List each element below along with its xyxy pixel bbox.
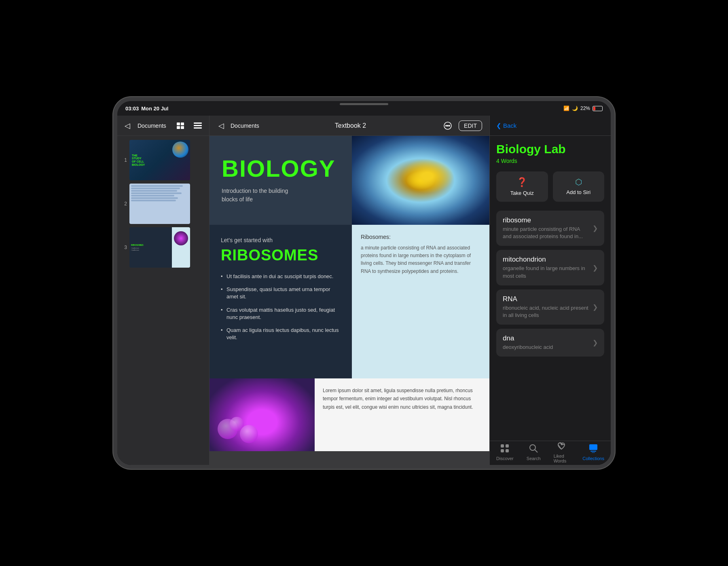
svg-rect-6	[194, 127, 202, 129]
word-item-ribosome[interactable]: ribosome minute particle consisting of R…	[496, 211, 604, 246]
svg-point-10	[449, 125, 450, 126]
liked-label: Liked Words	[554, 454, 570, 463]
edit-button[interactable]: EDIT	[459, 120, 482, 131]
search-icon	[529, 444, 538, 455]
word-info: dna deoxyribonucleic acid	[503, 334, 589, 351]
thumbnail-panel: ◁ Documents	[117, 116, 210, 465]
word-name: ribosome	[503, 216, 589, 224]
list-item[interactable]: 1 THESTUDYOF CELLBIOLOGY	[121, 140, 205, 180]
dict-toolbar: ❮ Back	[490, 116, 611, 136]
date-display: Mon 20 Jul	[141, 106, 168, 112]
ribosomes-intro: Let's get started with	[221, 237, 341, 243]
tab-bar: Discover Search	[490, 441, 611, 465]
chevron-right-icon: ❯	[593, 303, 598, 311]
word-item-rna[interactable]: RNA ribonucleic acid, nucleic acid prese…	[496, 289, 604, 325]
biology-subtitle: Introduction to the buildingblocks of li…	[222, 187, 340, 204]
word-item-mitochondrion[interactable]: mitochondrion organelle found in large n…	[496, 250, 604, 285]
page-number: 1	[121, 157, 127, 163]
svg-rect-4	[194, 122, 202, 124]
siri-label: Add to Siri	[566, 189, 590, 195]
thumbnail-page-2[interactable]	[129, 184, 190, 224]
list-item[interactable]: 3 RIBOSOMES • bullet text • bullet text	[121, 227, 205, 268]
more-options-button[interactable]	[442, 120, 454, 132]
add-to-siri-button[interactable]: ⬡ Add to Siri	[553, 171, 605, 202]
collections-icon	[589, 444, 598, 455]
lorem-page: Lorem ipsum dolor sit amet, ligula suspe…	[210, 378, 489, 451]
lorem-text: Lorem ipsum dolor sit amet, ligula suspe…	[315, 378, 489, 451]
svg-point-8	[446, 125, 447, 126]
ipad-frame: 03:03 Mon 20 Jul 📶 🌙 22% ◁ Documents	[113, 97, 615, 469]
back-docs-button[interactable]: ◁	[217, 120, 226, 132]
word-name: dna	[503, 334, 589, 342]
status-bar: 03:03 Mon 20 Jul 📶 🌙 22%	[117, 101, 611, 116]
svg-rect-13	[501, 449, 504, 452]
dictionary-panel: ❮ Back Biology Lab 4 Words ❓ Take Quiz ⬡…	[489, 116, 611, 465]
bullet-item: Quam ac ligula risus lectus dapibus, nun…	[221, 327, 341, 341]
svg-rect-3	[181, 126, 184, 129]
word-name: RNA	[503, 295, 589, 303]
document-content: ◁ Documents Textbook 2 EDIT BIOLOGY	[210, 116, 489, 465]
top-notch	[340, 103, 388, 105]
tab-collections[interactable]: Collections	[576, 442, 611, 463]
word-item-dna[interactable]: dna deoxyribonucleic acid ❯	[496, 329, 604, 357]
svg-rect-18	[590, 451, 596, 452]
main-container: ◁ Documents	[117, 116, 611, 465]
bullet-item: Suspendisse, quasi luctus amet urna temp…	[221, 286, 341, 300]
document-toolbar: ◁ Documents Textbook 2 EDIT	[210, 116, 489, 136]
word-definition: deoxyribonucleic acid	[503, 344, 589, 351]
svg-rect-11	[501, 444, 504, 448]
back-label: Back	[503, 122, 516, 129]
time-display: 03:03	[125, 106, 139, 112]
documents-label: Documents	[138, 122, 166, 129]
word-definition: organelle found in large numbers in most…	[503, 265, 589, 279]
biology-title: BIOLOGY	[222, 157, 340, 180]
page-number: 2	[121, 201, 127, 207]
cell-image-decorative	[214, 407, 311, 447]
thumbnail-page-1[interactable]: THESTUDYOF CELLBIOLOGY	[129, 140, 190, 180]
lorem-image	[210, 378, 315, 451]
word-info: ribosome minute particle consisting of R…	[503, 216, 589, 240]
biology-page: BIOLOGY Introduction to the buildingbloc…	[210, 136, 489, 225]
discover-icon	[500, 444, 509, 455]
dict-back-button[interactable]: ❮ Back	[496, 122, 516, 129]
ribosomes-definition-box: Ribosomes: a minute particle consisting …	[352, 225, 489, 378]
word-info: RNA ribonucleic acid, nucleic acid prese…	[503, 295, 589, 319]
thumb-toolbar: ◁ Documents	[117, 116, 209, 136]
def-heading: Ribosomes:	[361, 234, 480, 240]
biology-image	[352, 136, 489, 225]
word-definition: minute particle consisting of RNA and as…	[503, 226, 589, 240]
word-definition: ribonucleic acid, nucleic acid present i…	[503, 304, 589, 319]
moon-icon: 🌙	[572, 106, 578, 111]
quiz-icon: ❓	[516, 177, 527, 188]
dict-content: Biology Lab 4 Words ❓ Take Quiz ⬡ Add to…	[490, 136, 611, 441]
svg-rect-14	[506, 449, 509, 452]
take-quiz-button[interactable]: ❓ Take Quiz	[496, 171, 548, 202]
ribosomes-text-left: Let's get started with RIBOSOMES Ut faci…	[210, 225, 352, 378]
tab-liked-words[interactable]: Liked Words	[547, 440, 576, 465]
quiz-label: Take Quiz	[510, 190, 534, 196]
ribosomes-title: RIBOSOMES	[221, 247, 341, 264]
thumbnail-view-button[interactable]	[175, 121, 186, 131]
dict-actions: ❓ Take Quiz ⬡ Add to Siri	[496, 171, 604, 202]
page-number: 3	[121, 245, 127, 250]
thumbnail-page-3[interactable]: RIBOSOMES • bullet text • bullet text	[129, 227, 190, 268]
svg-point-9	[447, 125, 448, 126]
back-button[interactable]: ◁	[123, 120, 132, 132]
ribosomes-bullets: Ut facilisis ante in dui ac suscipit tur…	[221, 273, 341, 341]
heart-icon	[557, 441, 566, 452]
docs-label: Documents	[231, 122, 259, 129]
biology-text-area: BIOLOGY Introduction to the buildingbloc…	[210, 136, 352, 225]
def-text: a minute particle consisting of RNA and …	[361, 244, 480, 275]
bullet-item: Ut facilisis ante in dui ac suscipit tur…	[221, 273, 341, 280]
list-view-button[interactable]	[192, 121, 203, 131]
svg-rect-0	[177, 122, 180, 125]
chevron-right-icon: ❯	[593, 339, 598, 346]
word-info: mitochondrion organelle found in large n…	[503, 256, 589, 279]
collections-label: Collections	[582, 456, 604, 461]
tab-discover[interactable]: Discover	[490, 442, 520, 463]
chevron-left-icon: ❮	[496, 122, 502, 129]
list-item[interactable]: 2	[121, 184, 205, 224]
tab-search[interactable]: Search	[520, 442, 547, 463]
collection-title: Biology Lab	[496, 142, 604, 156]
wifi-icon: 📶	[563, 106, 569, 111]
